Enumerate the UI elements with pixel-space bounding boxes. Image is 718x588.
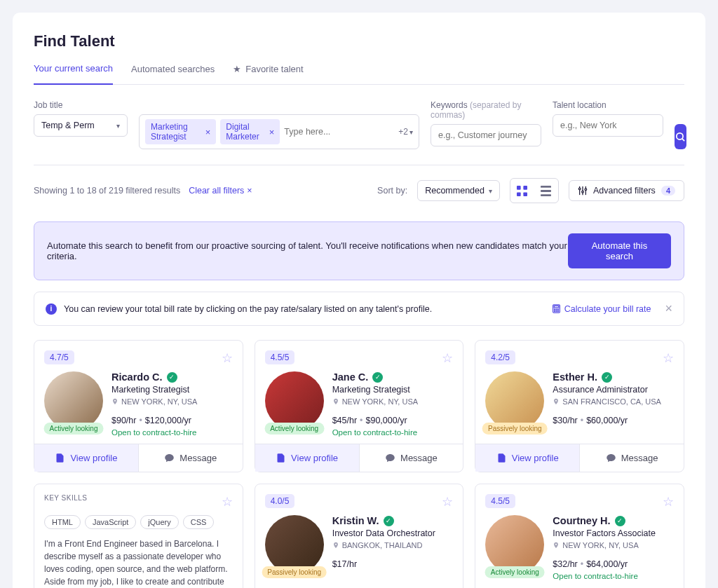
clear-filters[interactable]: Clear all filters × [189, 186, 252, 196]
svg-point-20 [554, 310, 555, 311]
talent-role: Marketing Strategist [332, 385, 454, 395]
contract-note: Open to contract-to-hire [111, 428, 233, 437]
filter-count-badge: 4 [661, 186, 675, 196]
close-icon: × [247, 186, 252, 196]
list-view-button[interactable] [534, 179, 558, 203]
keyword-input[interactable] [284, 127, 394, 137]
tab-current-search[interactable]: Your current search [34, 63, 113, 85]
search-button[interactable] [675, 124, 686, 149]
svg-line-1 [682, 138, 684, 140]
svg-point-18 [556, 309, 557, 310]
svg-point-19 [557, 309, 558, 310]
talent-pay[interactable]: $30/hr•$60,000/yr [553, 416, 674, 425]
talent-card: 4.2/5☆Passively lookingEsther H.✓Assuran… [475, 340, 684, 472]
message-button[interactable]: Message [359, 444, 463, 472]
location-label: Talent location [553, 100, 663, 110]
avatar: Actively looking [485, 515, 544, 574]
svg-rect-5 [524, 192, 528, 196]
advanced-filters-button[interactable]: Advanced filters 4 [569, 180, 684, 201]
status-badge: Actively looking [264, 423, 324, 435]
svg-rect-2 [517, 186, 521, 190]
toolbar: Showing 1 to 18 of 219 filtered results … [34, 165, 684, 203]
chevron-down-icon: ▾ [489, 187, 492, 195]
keyword-tagbox[interactable]: Marketing Strategist× Digital Marketer× … [139, 114, 419, 149]
jobtitle-select[interactable]: Temp & Perm ▾ [34, 114, 128, 137]
talent-name: Esther H. [553, 371, 597, 383]
calculator-icon [552, 304, 561, 313]
automate-search-button[interactable]: Automate this search [568, 233, 671, 268]
keywords-input[interactable] [431, 124, 541, 146]
tab-automated-searches[interactable]: Automated searches [131, 63, 215, 84]
skill-tag: JavaScript [85, 515, 136, 529]
verified-icon: ✓ [372, 372, 383, 383]
keyword-overflow[interactable]: +2▾ [398, 127, 413, 137]
status-badge: Passively looking [262, 566, 327, 578]
remove-tag-icon[interactable]: × [205, 127, 211, 137]
rating-badge: 4.0/5 [265, 494, 295, 508]
svg-point-22 [557, 310, 558, 311]
favorite-button[interactable]: ☆ [442, 494, 453, 510]
favorite-button[interactable]: ☆ [222, 494, 233, 510]
svg-rect-7 [541, 190, 551, 192]
close-info-button[interactable]: × [665, 301, 672, 316]
verified-icon: ✓ [384, 516, 394, 526]
rating-badge: 4.5/5 [265, 350, 295, 364]
grid-view-button[interactable] [510, 179, 534, 203]
rating-badge: 4.2/5 [485, 350, 515, 364]
favorite-button[interactable]: ☆ [663, 494, 674, 510]
avatar: Passively looking [485, 371, 544, 430]
skill-tags: HTMLJavaScriptjQueryCSS [44, 515, 233, 529]
skill-tag: HTML [44, 515, 81, 529]
talent-name: Kristin W. [332, 515, 379, 526]
talent-pay[interactable]: $90/hr•$120,000/yr [111, 416, 233, 425]
message-button[interactable]: Message [138, 444, 243, 472]
talent-role: Marketing Strategist [111, 385, 233, 395]
svg-point-21 [556, 310, 557, 311]
location-input[interactable] [553, 114, 663, 137]
svg-point-12 [578, 188, 581, 190]
talent-role: Assurance Administrator [553, 385, 674, 395]
talent-card: 4.0/5☆Passively lookingKristin W.✓Invest… [255, 484, 464, 588]
talent-card: KEY SKILLS☆HTMLJavaScriptjQueryCSSI'm a … [34, 484, 243, 588]
message-button[interactable]: Message [579, 444, 684, 472]
avatar: Actively looking [44, 371, 103, 430]
svg-rect-4 [517, 192, 521, 196]
filters-icon [578, 186, 588, 196]
automate-banner: Automate this search to benefit from our… [34, 221, 684, 280]
skill-tag: CSS [183, 515, 215, 529]
list-icon [541, 186, 551, 196]
view-profile-button[interactable]: View profile [475, 444, 579, 472]
svg-rect-6 [541, 186, 551, 188]
keywords-label: Keywords (separated by commas) [431, 100, 541, 120]
talent-pay[interactable]: $32/hr•$64,000/yr [553, 559, 674, 569]
talent-card: 4.5/5☆Actively lookingJane C.✓Marketing … [255, 340, 464, 472]
talent-location: BANGKOK, THAILAND [332, 541, 454, 549]
favorite-button[interactable]: ☆ [222, 350, 233, 366]
remove-tag-icon[interactable]: × [269, 127, 275, 137]
favorite-button[interactable]: ☆ [663, 350, 674, 366]
calculate-bill-rate-link[interactable]: Calculate your bill rate [552, 304, 651, 314]
rating-badge: 4.7/5 [44, 350, 74, 364]
info-text: You can review your total bill rate by c… [64, 304, 545, 314]
talent-name: Courtney H. [553, 515, 610, 526]
chevron-down-icon: ▾ [116, 122, 120, 130]
svg-point-14 [585, 189, 587, 191]
rating-badge: 4.5/5 [485, 494, 515, 508]
verified-icon: ✓ [167, 372, 177, 383]
star-icon: ★ [233, 64, 241, 74]
search-icon [675, 131, 686, 143]
talent-pay[interactable]: $45/hr•$90,000/yr [332, 416, 454, 425]
sort-select[interactable]: Recommended▾ [417, 180, 500, 201]
contract-note: Open to contract-to-hire [332, 428, 454, 437]
view-toggle [510, 178, 559, 203]
search-row: Job title Temp & Perm ▾ . Marketing Stra… [34, 100, 684, 149]
talent-card: 4.5/5☆Actively lookingCourtney H.✓Invest… [475, 484, 684, 588]
sort-label: Sort by: [377, 186, 407, 196]
svg-rect-16 [554, 306, 559, 307]
tab-favorite-talent[interactable]: ★ Favorite talent [233, 63, 303, 84]
svg-point-17 [554, 309, 555, 310]
view-profile-button[interactable]: View profile [255, 444, 359, 472]
favorite-button[interactable]: ☆ [442, 350, 453, 366]
talent-pay[interactable]: $17/hr [332, 559, 454, 569]
view-profile-button[interactable]: View profile [34, 444, 138, 472]
